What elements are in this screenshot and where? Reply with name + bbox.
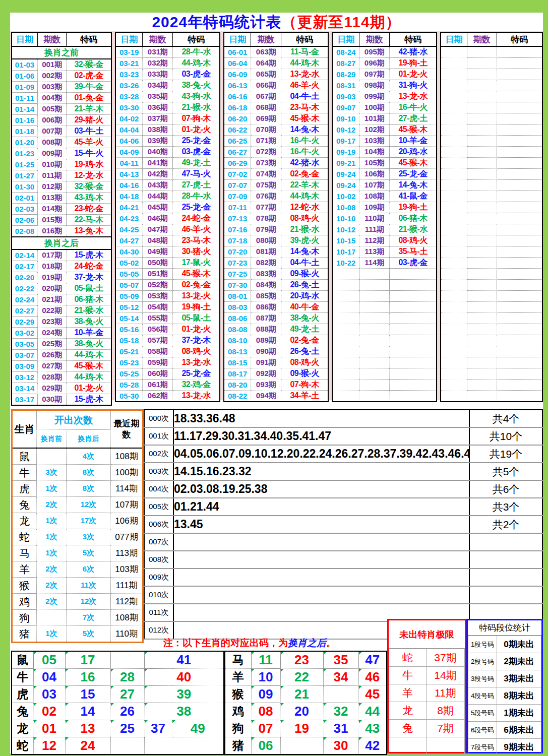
period-row: 02-03014期23-蛇-金: [12, 204, 111, 215]
code-cell: [390, 269, 437, 280]
code-cell: [390, 380, 437, 391]
date-cell: 06-16: [224, 91, 251, 102]
issue-cell: 100期: [359, 102, 390, 113]
period-row: [332, 302, 437, 313]
recent-issue-header: 最近期数: [111, 410, 143, 449]
code-cell: [497, 58, 542, 69]
zodiac-name: 鼠: [12, 448, 37, 465]
zodiac-stats-row: 羊2次6次103期: [12, 561, 143, 578]
period-row: 01-23009期15-牛-火: [12, 148, 111, 159]
date-cell: 02-17: [12, 261, 37, 272]
section-row: 换肖之后: [12, 237, 111, 249]
code-cell: 03-虎-金: [173, 69, 220, 80]
issue-cell: 038期: [143, 124, 173, 136]
period-row: 09-24107期14-兔-木: [332, 180, 437, 191]
date-cell: [332, 280, 359, 291]
date-cell: 01-23: [12, 148, 37, 159]
code-cell: 21-猴-水: [173, 102, 220, 113]
freq-total-count: 共5个: [469, 463, 542, 480]
issue-cell: 003期: [37, 82, 66, 93]
segment-row: 4段号码8期未出: [468, 687, 541, 705]
code-cell: 38-兔-火: [281, 313, 328, 324]
period-row: 04-21045期25-龙-金: [115, 202, 220, 213]
issue-cell: 031期: [143, 46, 173, 58]
issue-cell: [467, 302, 497, 313]
zodiac-stats-row: 猴2次11次111期: [12, 578, 143, 594]
date-cell: 02-14: [12, 249, 37, 261]
period-row: 02-01013期43-鸡-木: [12, 193, 111, 204]
section-row: 换肖之前: [12, 46, 111, 59]
period-row: [441, 380, 542, 391]
table-header-row: 日期期数特码: [332, 32, 437, 46]
code-cell: [497, 191, 542, 202]
code-cell: 21-羊-木: [67, 104, 111, 115]
period-tables-region: 日期期数特码换肖之前01-03001期32-猴-金01-06002期02-虎-金…: [10, 31, 543, 400]
date-cell: [441, 280, 467, 291]
issue-cell: 024期: [37, 328, 66, 339]
date-cell: 10-17: [332, 246, 359, 258]
period-row: 04-04038期01-龙-火: [115, 124, 220, 136]
code-cell: 28-牛-水: [173, 46, 220, 58]
issue-cell: 105期: [359, 158, 390, 169]
zodiac-map-row: 马11233547: [225, 651, 387, 669]
code-cell: 03-虎-金: [390, 258, 437, 269]
code-cell: 37-龙-木: [173, 335, 220, 346]
issue-cell: 076期: [251, 191, 281, 202]
period-row: [441, 91, 542, 102]
missing-periods: [427, 737, 465, 755]
date-cell: 01-11: [12, 93, 37, 104]
period-row: 01-25010期19-鸡-水: [12, 159, 111, 170]
zodiac-map-row: 鼠051741: [12, 651, 224, 669]
date-cell: 03-14: [12, 383, 37, 394]
period-row: 05-14055期05-鼠-土: [115, 313, 220, 324]
issue-cell: 049期: [143, 246, 173, 258]
zodiac-number-cell: 21: [280, 686, 323, 703]
date-cell: 10-02: [332, 191, 359, 202]
code-cell: 25-龙-金: [173, 368, 220, 380]
missing-periods: 11期: [427, 684, 465, 702]
recent-issue: 111期: [111, 578, 143, 594]
missing-zodiac: 蛇: [389, 649, 427, 667]
period-row: [332, 280, 437, 291]
issue-cell: 078期: [251, 213, 281, 224]
date-cell: 07-25: [224, 269, 251, 280]
date-cell: [441, 202, 467, 213]
period-row: 01-03001期32-猴-金: [12, 59, 111, 71]
code-cell: [497, 368, 542, 380]
code-column-header: 特码: [173, 32, 220, 46]
issue-cell: 006期: [37, 115, 66, 126]
date-cell: 01-18: [12, 126, 37, 137]
issue-cell: 088期: [251, 324, 281, 335]
issue-cell: 041期: [143, 158, 173, 169]
date-cell: [441, 69, 467, 80]
code-cell: [497, 380, 542, 391]
code-cell: 32-猴-金: [67, 181, 111, 193]
date-cell: 07-30: [224, 280, 251, 291]
code-cell: 13-龙-水: [173, 357, 220, 368]
issue-cell: 011期: [37, 170, 66, 181]
date-cell: 09-17: [332, 136, 359, 147]
date-cell: [441, 224, 467, 235]
issue-cell: 065期: [251, 69, 281, 80]
issue-column-header: 期数: [359, 32, 390, 46]
segment-row: 3段号码3期未出: [468, 670, 541, 687]
zodiac-stats-row: 狗7次108期: [12, 610, 143, 626]
issue-cell: 101期: [359, 113, 390, 124]
zodiac-number-cell: 15: [65, 686, 110, 703]
zodiac-number-cell: 10: [251, 669, 280, 686]
period-row: 07-30084期26-兔-土: [224, 280, 328, 291]
frequency-row: 006次13.45共2个: [144, 516, 542, 533]
issue-cell: [467, 169, 497, 180]
code-cell: [497, 147, 542, 158]
period-row: 06-20069期45-猴-木: [224, 113, 328, 124]
freq-times-label: 008次: [144, 551, 173, 569]
zodiac-number-cell: [280, 737, 323, 755]
issue-cell: [467, 180, 497, 191]
zodiac-number-cell: 34: [323, 669, 358, 686]
period-row: 04-23046期24-蛇-金: [115, 213, 220, 224]
issue-cell: [467, 202, 497, 213]
period-row: 07-13078期08-鸡-火: [224, 213, 328, 224]
zodiac-number-map-right: 马11233547羊10223446猴092145鸡08203244狗07193…: [224, 651, 387, 755]
code-cell: [497, 158, 542, 169]
issue-cell: 114期: [359, 258, 390, 269]
